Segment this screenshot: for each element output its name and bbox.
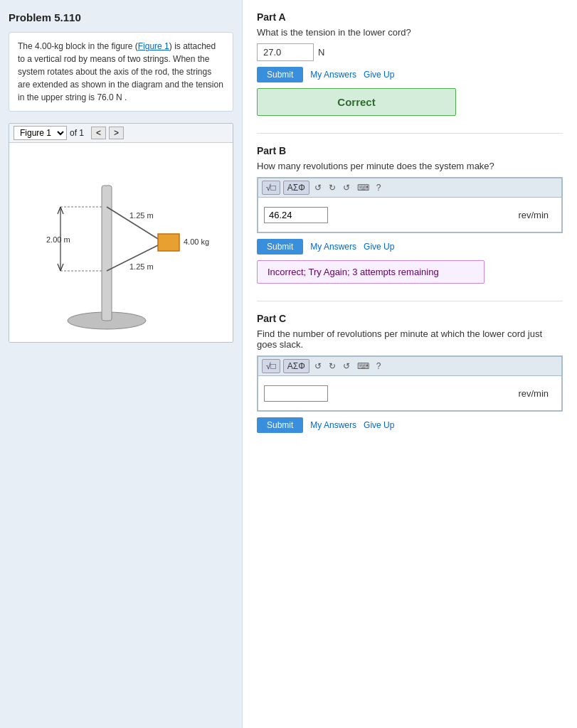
part-c-question: Find the number of revolutions per minut…	[257, 328, 563, 350]
part-b-unit: rev/min	[518, 210, 556, 220]
part-c-help-icon[interactable]: ?	[374, 360, 383, 373]
part-b-submit-button[interactable]: Submit	[257, 239, 303, 255]
part-c-give-up-link[interactable]: Give Up	[364, 420, 394, 430]
part-b-symbols-button[interactable]: ΑΣΦ	[283, 181, 309, 195]
part-a-submit-button[interactable]: Submit	[257, 67, 303, 82]
part-c-input[interactable]	[264, 385, 328, 402]
part-c-toolbar: √□ ΑΣΦ ↺ ↻ ↺ ⌨ ?	[258, 356, 562, 375]
problem-description: The 4.00-kg block in the figure (Figure …	[9, 32, 233, 112]
svg-rect-4	[158, 234, 179, 251]
part-c-my-answers-link[interactable]: My Answers	[310, 420, 356, 430]
part-b-my-answers-link[interactable]: My Answers	[310, 242, 356, 252]
part-b-give-up-link[interactable]: Give Up	[364, 242, 394, 252]
part-a-give-up-link[interactable]: Give Up	[364, 70, 394, 80]
part-b-redo-icon[interactable]: ↻	[327, 181, 338, 194]
part-b-incorrect-box: Incorrect; Try Again; 3 attempts remaini…	[257, 260, 485, 284]
part-a-question: What is the tension in the lower cord?	[257, 27, 563, 38]
upper-length-label: 1.25 m	[129, 211, 154, 220]
part-b-section: Part B How many revolutions per minute d…	[257, 145, 563, 284]
part-c-keyboard-icon[interactable]: ⌨	[355, 360, 371, 373]
problem-title: Problem 5.110	[9, 11, 233, 23]
figure-diagram: 2.00 m 1.25 m 1.25 m 4.00 kg	[21, 150, 221, 335]
part-a-input[interactable]	[257, 43, 314, 61]
part-c-undo-icon[interactable]: ↺	[312, 360, 324, 373]
figure-prev-button[interactable]: <	[91, 127, 106, 139]
lower-length-label: 1.25 m	[129, 262, 154, 271]
figure-panel: Figure 1 of 1 < >	[9, 123, 233, 343]
part-a-buttons: Submit My Answers Give Up	[257, 67, 563, 82]
part-b-input[interactable]	[264, 207, 328, 223]
part-a-answer-row: N	[257, 43, 563, 61]
figure-of-label: of 1	[70, 128, 84, 138]
part-a-unit: N	[318, 47, 324, 58]
part-b-help-icon[interactable]: ?	[374, 181, 383, 194]
part-c-label: Part C	[257, 313, 563, 324]
block-mass-label: 4.00 kg	[184, 237, 209, 246]
part-b-math-editor: √□ ΑΣΦ ↺ ↻ ↺ ⌨ ? rev/min	[257, 177, 563, 233]
part-c-math-editor: √□ ΑΣΦ ↺ ↻ ↺ ⌨ ? rev/min	[257, 355, 563, 412]
part-c-refresh-icon[interactable]: ↺	[341, 360, 352, 373]
part-b-sqrt-button[interactable]: √□	[262, 181, 280, 195]
part-c-sqrt-button[interactable]: √□	[262, 359, 280, 373]
part-c-buttons: Submit My Answers Give Up	[257, 417, 563, 433]
part-b-buttons: Submit My Answers Give Up	[257, 239, 563, 255]
part-a-my-answers-link[interactable]: My Answers	[310, 70, 356, 80]
figure-select[interactable]: Figure 1	[14, 126, 67, 140]
figure-content: 2.00 m 1.25 m 1.25 m 4.00 kg	[9, 143, 233, 342]
part-b-refresh-icon[interactable]: ↺	[341, 181, 352, 194]
part-b-toolbar: √□ ΑΣΦ ↺ ↻ ↺ ⌨ ?	[258, 178, 562, 197]
part-b-math-input-box: rev/min	[258, 197, 562, 232]
part-b-label: Part B	[257, 145, 563, 156]
part-c-math-input-box: rev/min	[258, 375, 562, 411]
part-bc-divider	[257, 301, 563, 301]
part-b-undo-icon[interactable]: ↺	[312, 181, 324, 194]
figure-header: Figure 1 of 1 < >	[9, 124, 233, 143]
part-c-redo-icon[interactable]: ↻	[327, 360, 338, 373]
part-ab-divider	[257, 133, 563, 134]
part-c-submit-button[interactable]: Submit	[257, 417, 303, 433]
part-a-section: Part A What is the tension in the lower …	[257, 11, 563, 116]
svg-rect-1	[102, 186, 112, 321]
part-b-question: How many revolutions per minute does the…	[257, 161, 563, 171]
figure-next-button[interactable]: >	[109, 127, 124, 139]
part-b-keyboard-icon[interactable]: ⌨	[355, 181, 371, 194]
part-a-label: Part A	[257, 11, 563, 23]
part-c-section: Part C Find the number of revolutions pe…	[257, 313, 563, 433]
part-a-correct-box: Correct	[257, 88, 456, 116]
part-c-unit: rev/min	[518, 388, 556, 399]
figure-link[interactable]: Figure 1	[138, 41, 169, 51]
part-c-symbols-button[interactable]: ΑΣΦ	[283, 359, 309, 373]
total-length-label: 2.00 m	[46, 235, 70, 244]
